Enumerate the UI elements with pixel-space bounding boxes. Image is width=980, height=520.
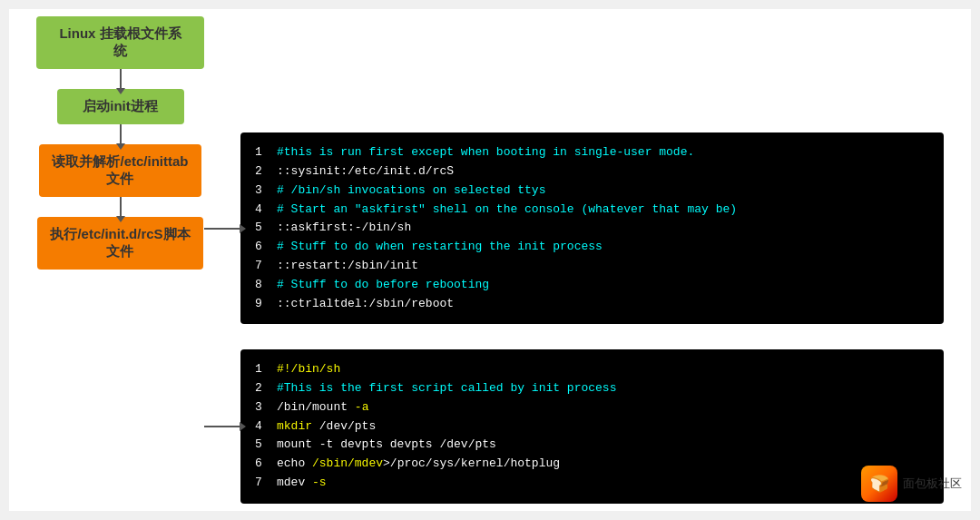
arrow-1 xyxy=(120,69,122,89)
code-line: 7mdev -s xyxy=(255,474,929,493)
flow-diagram: Linux 挂载根文件系统 启动init进程 读取并解析/etc/inittab… xyxy=(36,7,944,513)
middle-section: 启动init进程 读取并解析/etc/inittab 文件 执行/etc/ini… xyxy=(36,89,944,504)
code-blocks-col: 1#this is run first except when booting … xyxy=(204,89,944,504)
code-line: 3# /bin/sh invocations on selected ttys xyxy=(255,182,929,201)
arrow-3 xyxy=(120,197,122,217)
watermark: 🍞 面包板社区 xyxy=(861,466,962,502)
code-line: 7::restart:/sbin/init xyxy=(255,257,929,276)
code-line: 9::ctrlaltdel:/sbin/reboot xyxy=(255,295,929,314)
code-line: 6echo /sbin/mdev>/proc/sys/kernel/hotplu… xyxy=(255,455,929,474)
box4-row: 执行/etc/init.d/rcS脚本 文件 xyxy=(36,217,204,270)
watermark-icon: 🍞 xyxy=(861,466,897,502)
arrow-right-2 xyxy=(204,426,240,427)
box-rcS: 执行/etc/init.d/rcS脚本 文件 xyxy=(37,217,202,270)
code-line: 4mkdir /dev/pts xyxy=(255,417,929,437)
code-line: 2#This is the first script called by ini… xyxy=(255,379,929,398)
box3-row: 读取并解析/etc/inittab 文件 xyxy=(36,144,204,197)
flow-top: Linux 挂载根文件系统 xyxy=(36,16,204,89)
left-flow-col: 启动init进程 读取并解析/etc/inittab 文件 执行/etc/ini… xyxy=(36,89,204,270)
box-inittab: 读取并解析/etc/inittab 文件 xyxy=(39,144,201,197)
code-line: 3/bin/mount -a xyxy=(255,398,929,417)
arrow-2 xyxy=(120,124,122,144)
code-block-inittab: 1#this is run first except when booting … xyxy=(240,132,944,324)
code-block2-row: 1#!/bin/sh2#This is the first script cal… xyxy=(204,349,944,504)
code-line: 6# Stuff to do when restarting the init … xyxy=(255,238,929,257)
box-linux-mount: Linux 挂载根文件系统 xyxy=(36,16,204,69)
main-container: Linux 挂载根文件系统 启动init进程 读取并解析/etc/inittab… xyxy=(9,9,971,511)
code-line: 4# Start an "askfirst" shell on the cons… xyxy=(255,201,929,220)
code-line: 2::sysinit:/etc/init.d/rcS xyxy=(255,162,929,182)
watermark-text: 面包板社区 xyxy=(903,476,962,492)
code-line: 8# Stuff to do before rebooting xyxy=(255,276,929,295)
code-line: 1#this is run first except when booting … xyxy=(255,143,929,162)
arrow-right-1 xyxy=(204,228,240,230)
code-line: 5mount -t devpts devpts /dev/pts xyxy=(255,436,929,455)
code-block1-row: 1#this is run first except when booting … xyxy=(204,132,944,324)
code-line: 5::askfirst:-/bin/sh xyxy=(255,219,929,238)
code-line: 1#!/bin/sh xyxy=(255,360,929,379)
code-block-rcS: 1#!/bin/sh2#This is the first script cal… xyxy=(240,349,944,504)
